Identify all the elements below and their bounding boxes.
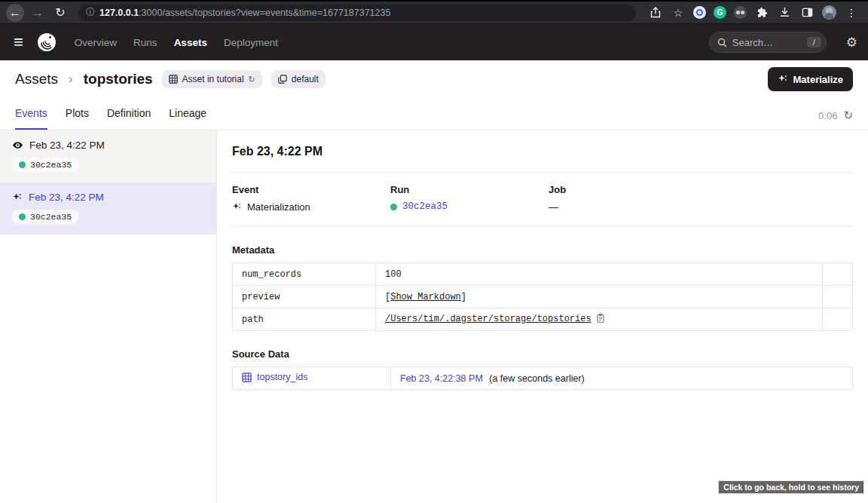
hamburger-menu-icon[interactable]: ≡ bbox=[11, 34, 26, 51]
path-link[interactable]: /Users/tim/.dagster/storage/topstories bbox=[385, 314, 591, 324]
job-field: Job — bbox=[549, 184, 853, 213]
nav-item-runs[interactable]: Runs bbox=[133, 37, 157, 48]
asset-group-chip-label: Asset in tutorial bbox=[182, 74, 244, 84]
divider bbox=[232, 172, 853, 173]
menu-dots-icon[interactable]: ⋮ bbox=[844, 5, 859, 20]
job-value: — bbox=[549, 201, 558, 213]
sparkle-icon bbox=[12, 192, 23, 203]
table-row: path /Users/tim/.dagster/storage/topstor… bbox=[233, 308, 853, 331]
goggles-extension-icon[interactable] bbox=[734, 6, 747, 19]
dagster-top-nav: ≡ Overview Runs Assets Deployment Search… bbox=[0, 24, 868, 60]
search-input[interactable]: Search… / bbox=[709, 32, 827, 53]
default-location-chip[interactable]: default bbox=[271, 70, 326, 88]
browser-back-button[interactable]: ← bbox=[6, 4, 24, 22]
run-id-label: 30c2ea35 bbox=[30, 160, 72, 170]
nav-item-assets[interactable]: Assets bbox=[174, 37, 207, 48]
event-timestamp: Feb 23, 4:22 PM bbox=[29, 140, 105, 151]
event-type-value: Materialization bbox=[247, 201, 310, 213]
nav-item-overview[interactable]: Overview bbox=[75, 37, 117, 48]
breadcrumb-chevron: › bbox=[69, 72, 73, 87]
metadata-value: 100 bbox=[376, 263, 823, 286]
run-id-tag[interactable]: 30c2ea35 bbox=[12, 158, 78, 172]
divider bbox=[232, 226, 853, 227]
event-list-item-observation[interactable]: Feb 23, 4:22 PM 30c2ea35 bbox=[0, 130, 216, 182]
event-detail-title: Feb 23, 4:22 PM bbox=[232, 145, 853, 158]
primary-nav: Overview Runs Assets Deployment bbox=[75, 37, 698, 48]
run-status-dot bbox=[19, 161, 26, 168]
grammarly-icon[interactable]: G bbox=[714, 6, 726, 19]
source-asset-name: topstory_ids bbox=[257, 372, 307, 382]
asset-group-chip[interactable]: Asset in tutorial ↻ bbox=[162, 70, 262, 88]
table-row: topstory_ids Feb 23, 4:22:38 PM (a few s… bbox=[233, 367, 853, 390]
puzzle-extensions-icon[interactable] bbox=[754, 5, 769, 20]
source-timestamp-cell: Feb 23, 4:22:38 PM (a few seconds earlie… bbox=[391, 367, 853, 390]
extension-blue-icon[interactable] bbox=[693, 6, 706, 19]
dagster-logo[interactable] bbox=[37, 32, 57, 52]
source-timestamp-link[interactable]: Feb 23, 4:22:38 PM bbox=[400, 373, 483, 384]
materialize-button[interactable]: Materialize bbox=[768, 67, 853, 91]
breadcrumb-asset-name: topstories bbox=[84, 71, 153, 87]
tab-plots[interactable]: Plots bbox=[66, 107, 89, 130]
search-placeholder: Search… bbox=[732, 37, 802, 48]
browser-action-icons: ☆ G ⋮ bbox=[645, 5, 862, 20]
gear-icon[interactable]: ⚙ bbox=[846, 35, 857, 51]
tab-lineage[interactable]: Lineage bbox=[169, 107, 206, 130]
source-data-table: topstory_ids Feb 23, 4:22:38 PM (a few s… bbox=[232, 367, 853, 390]
run-status-dot bbox=[390, 204, 397, 210]
asset-tabs: Events Plots Definition Lineage 0:06 ↻ bbox=[0, 98, 868, 130]
metadata-section-title: Metadata bbox=[232, 244, 853, 256]
default-location-chip-label: default bbox=[292, 74, 319, 84]
profile-avatar[interactable] bbox=[822, 5, 836, 20]
search-shortcut-badge: / bbox=[807, 37, 821, 48]
source-asset-link[interactable]: topstory_ids bbox=[242, 372, 307, 382]
url-text: 127.0.0.1:3000/assets/topstories?view=ev… bbox=[99, 8, 390, 18]
metadata-table: num_records 100 preview [Show Markdown] … bbox=[232, 262, 853, 331]
event-list-item-materialization[interactable]: Feb 23, 4:22 PM 30c2ea35 bbox=[0, 182, 216, 235]
job-field-label: Job bbox=[549, 184, 853, 195]
source-asset-cell: topstory_ids bbox=[233, 367, 391, 390]
table-row: preview [Show Markdown] bbox=[233, 286, 853, 308]
asset-header: Assets › topstories Asset in tutorial ↻ … bbox=[0, 60, 868, 98]
event-timestamp: Feb 23, 4:22 PM bbox=[29, 192, 104, 203]
metadata-endcap-cell bbox=[823, 263, 853, 286]
refresh-icon[interactable]: ↻ bbox=[249, 75, 255, 84]
back-button-tooltip: Click to go back, hold to see history bbox=[718, 480, 864, 494]
site-info-icon[interactable]: ⓘ bbox=[86, 6, 95, 19]
metadata-value: [Show Markdown] bbox=[376, 286, 823, 308]
nav-item-deployment[interactable]: Deployment bbox=[224, 37, 278, 48]
run-status-dot bbox=[19, 213, 26, 220]
download-icon[interactable] bbox=[777, 5, 792, 20]
breadcrumb-assets[interactable]: Assets bbox=[15, 71, 58, 87]
share-icon[interactable] bbox=[648, 5, 663, 20]
sparkle-icon bbox=[232, 202, 242, 212]
browser-reload-button[interactable]: ↻ bbox=[51, 4, 69, 22]
copy-icon[interactable] bbox=[596, 315, 605, 326]
run-field: Run 30c2ea35 bbox=[390, 184, 549, 213]
address-bar[interactable]: ⓘ 127.0.0.1:3000/assets/topstories?view=… bbox=[78, 5, 636, 21]
show-markdown-link[interactable]: Show Markdown bbox=[390, 292, 461, 302]
tab-events[interactable]: Events bbox=[15, 107, 47, 130]
copies-icon bbox=[278, 75, 287, 84]
grid-icon bbox=[242, 373, 252, 382]
bookmark-star-icon[interactable]: ☆ bbox=[671, 5, 686, 20]
tab-definition[interactable]: Definition bbox=[107, 107, 151, 130]
grid-icon bbox=[169, 75, 178, 84]
run-id-link[interactable]: 30c2ea35 bbox=[402, 201, 448, 212]
materialize-button-label: Materialize bbox=[793, 74, 843, 85]
eye-icon bbox=[12, 140, 23, 151]
event-detail-panel: Feb 23, 4:22 PM Event Materialization Ru… bbox=[217, 130, 868, 503]
event-summary-fields: Event Materialization Run 30c2ea35 Job — bbox=[232, 184, 853, 213]
event-field-label: Event bbox=[232, 184, 390, 195]
run-id-tag[interactable]: 30c2ea35 bbox=[12, 210, 78, 224]
metadata-endcap-cell bbox=[823, 286, 853, 308]
metadata-endcap-cell bbox=[823, 308, 853, 331]
search-icon bbox=[717, 38, 727, 48]
side-panel-icon[interactable] bbox=[799, 5, 815, 20]
run-id-label: 30c2ea35 bbox=[30, 212, 72, 222]
run-field-label: Run bbox=[390, 184, 549, 195]
event-field: Event Materialization bbox=[232, 184, 390, 213]
refresh-icon[interactable]: ↻ bbox=[843, 109, 853, 122]
browser-forward-button[interactable]: → bbox=[29, 4, 47, 22]
bracket: ] bbox=[461, 292, 466, 302]
metadata-key: num_records bbox=[233, 263, 376, 286]
